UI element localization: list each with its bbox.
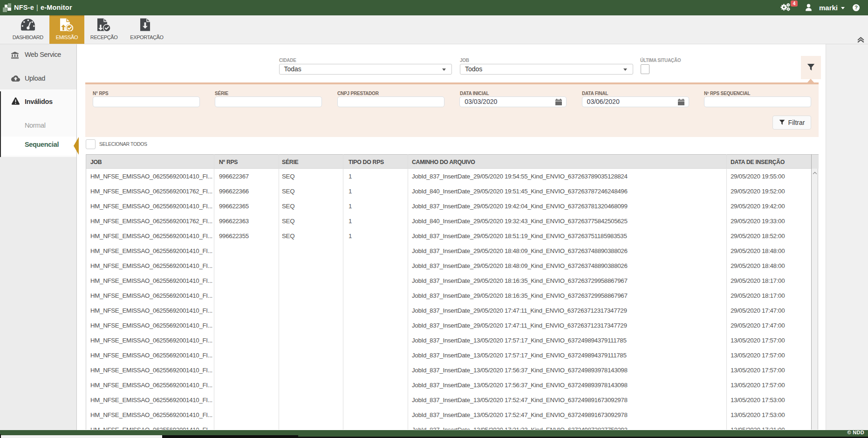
svg-text:?: ? <box>854 5 858 10</box>
